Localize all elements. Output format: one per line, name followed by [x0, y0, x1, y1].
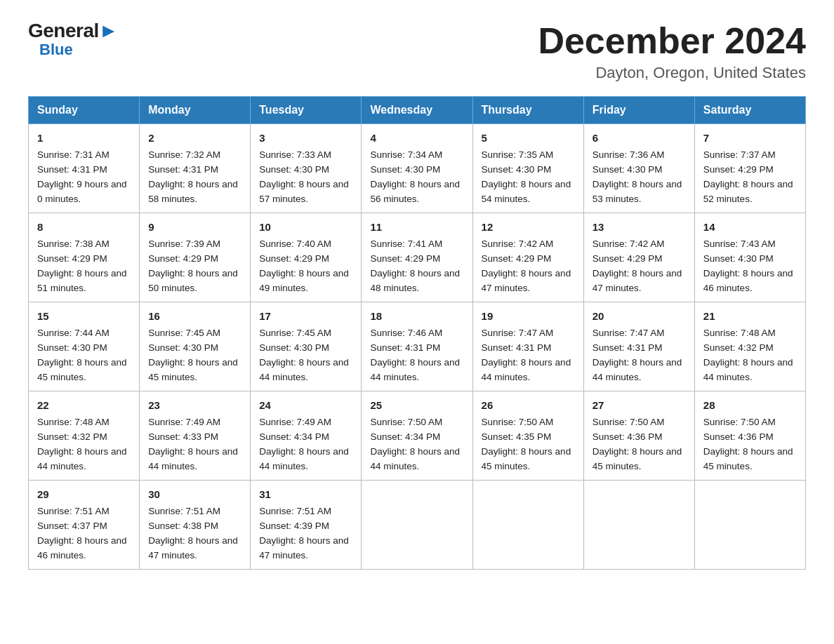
logo: General► Blue	[28, 21, 118, 59]
calendar-cell: 31Sunrise: 7:51 AMSunset: 4:39 PMDayligh…	[251, 480, 362, 569]
calendar-cell: 9Sunrise: 7:39 AMSunset: 4:29 PMDaylight…	[140, 213, 251, 302]
day-number: 4	[370, 130, 463, 146]
calendar-cell: 10Sunrise: 7:40 AMSunset: 4:29 PMDayligh…	[251, 213, 362, 302]
calendar-cell: 18Sunrise: 7:46 AMSunset: 4:31 PMDayligh…	[362, 302, 472, 391]
day-number: 18	[370, 308, 463, 324]
day-number: 6	[593, 130, 686, 146]
calendar-cell: 28Sunrise: 7:50 AMSunset: 4:36 PMDayligh…	[694, 391, 805, 481]
calendar-cell: 17Sunrise: 7:45 AMSunset: 4:30 PMDayligh…	[251, 302, 362, 391]
day-number: 31	[259, 486, 352, 502]
column-header-saturday: Saturday	[694, 97, 805, 124]
day-number: 22	[37, 397, 131, 413]
calendar-cell: 6Sunrise: 7:36 AMSunset: 4:30 PMDaylight…	[583, 124, 694, 213]
title-block: December 2024 Dayton, Oregon, United Sta…	[538, 21, 806, 82]
calendar-cell: 13Sunrise: 7:42 AMSunset: 4:29 PMDayligh…	[583, 213, 694, 302]
day-number: 21	[703, 308, 797, 324]
calendar-cell: 15Sunrise: 7:44 AMSunset: 4:30 PMDayligh…	[29, 302, 140, 391]
day-number: 14	[703, 219, 797, 235]
column-header-tuesday: Tuesday	[251, 97, 362, 124]
day-number: 8	[37, 219, 131, 235]
day-number: 13	[593, 219, 686, 235]
day-number: 3	[259, 130, 352, 146]
month-year-title: December 2024	[538, 21, 806, 61]
calendar-cell	[583, 480, 694, 569]
calendar-cell: 16Sunrise: 7:45 AMSunset: 4:30 PMDayligh…	[140, 302, 251, 391]
calendar-cell: 14Sunrise: 7:43 AMSunset: 4:30 PMDayligh…	[694, 213, 805, 302]
day-number: 15	[37, 308, 131, 324]
calendar-cell	[694, 480, 805, 569]
calendar-cell: 8Sunrise: 7:38 AMSunset: 4:29 PMDaylight…	[29, 213, 140, 302]
calendar-cell: 1Sunrise: 7:31 AMSunset: 4:31 PMDaylight…	[29, 124, 140, 213]
calendar-cell: 7Sunrise: 7:37 AMSunset: 4:29 PMDaylight…	[694, 124, 805, 213]
column-header-wednesday: Wednesday	[362, 97, 472, 124]
calendar-cell: 21Sunrise: 7:48 AMSunset: 4:32 PMDayligh…	[694, 302, 805, 391]
day-number: 28	[703, 397, 797, 413]
calendar-cell: 19Sunrise: 7:47 AMSunset: 4:31 PMDayligh…	[472, 302, 583, 391]
calendar-table: SundayMondayTuesdayWednesdayThursdayFrid…	[28, 96, 806, 570]
day-number: 2	[148, 130, 241, 146]
calendar-cell: 26Sunrise: 7:50 AMSunset: 4:35 PMDayligh…	[472, 391, 583, 481]
calendar-cell: 29Sunrise: 7:51 AMSunset: 4:37 PMDayligh…	[29, 480, 140, 569]
calendar-cell: 2Sunrise: 7:32 AMSunset: 4:31 PMDaylight…	[140, 124, 251, 213]
calendar-week-row: 1Sunrise: 7:31 AMSunset: 4:31 PMDaylight…	[29, 124, 806, 213]
calendar-cell: 20Sunrise: 7:47 AMSunset: 4:31 PMDayligh…	[583, 302, 694, 391]
day-number: 12	[482, 219, 575, 235]
day-number: 29	[37, 486, 131, 502]
column-header-monday: Monday	[140, 97, 251, 124]
calendar-week-row: 8Sunrise: 7:38 AMSunset: 4:29 PMDaylight…	[29, 213, 806, 302]
day-number: 25	[370, 397, 463, 413]
calendar-cell: 24Sunrise: 7:49 AMSunset: 4:34 PMDayligh…	[251, 391, 362, 481]
calendar-cell: 22Sunrise: 7:48 AMSunset: 4:32 PMDayligh…	[29, 391, 140, 481]
day-number: 26	[482, 397, 575, 413]
day-number: 1	[37, 130, 131, 146]
day-number: 24	[259, 397, 352, 413]
logo-blue-text: Blue	[39, 41, 73, 59]
column-header-friday: Friday	[583, 97, 694, 124]
logo-general-text: General►	[28, 21, 118, 41]
calendar-cell	[362, 480, 472, 569]
day-number: 20	[593, 308, 686, 324]
day-number: 16	[148, 308, 241, 324]
calendar-cell: 5Sunrise: 7:35 AMSunset: 4:30 PMDaylight…	[472, 124, 583, 213]
day-number: 19	[482, 308, 575, 324]
calendar-cell: 12Sunrise: 7:42 AMSunset: 4:29 PMDayligh…	[472, 213, 583, 302]
day-number: 10	[259, 219, 352, 235]
calendar-cell: 25Sunrise: 7:50 AMSunset: 4:34 PMDayligh…	[362, 391, 472, 481]
calendar-week-row: 29Sunrise: 7:51 AMSunset: 4:37 PMDayligh…	[29, 480, 806, 569]
day-number: 27	[593, 397, 686, 413]
calendar-cell: 11Sunrise: 7:41 AMSunset: 4:29 PMDayligh…	[362, 213, 472, 302]
day-number: 5	[482, 130, 575, 146]
day-number: 23	[148, 397, 241, 413]
calendar-cell: 27Sunrise: 7:50 AMSunset: 4:36 PMDayligh…	[583, 391, 694, 481]
day-number: 11	[370, 219, 463, 235]
calendar-cell: 23Sunrise: 7:49 AMSunset: 4:33 PMDayligh…	[140, 391, 251, 481]
location-subtitle: Dayton, Oregon, United States	[538, 64, 806, 82]
calendar-cell	[472, 480, 583, 569]
calendar-week-row: 15Sunrise: 7:44 AMSunset: 4:30 PMDayligh…	[29, 302, 806, 391]
calendar-cell: 30Sunrise: 7:51 AMSunset: 4:38 PMDayligh…	[140, 480, 251, 569]
day-number: 9	[148, 219, 241, 235]
day-number: 17	[259, 308, 352, 324]
calendar-week-row: 22Sunrise: 7:48 AMSunset: 4:32 PMDayligh…	[29, 391, 806, 481]
calendar-cell: 4Sunrise: 7:34 AMSunset: 4:30 PMDaylight…	[362, 124, 472, 213]
day-number: 7	[703, 130, 797, 146]
calendar-cell: 3Sunrise: 7:33 AMSunset: 4:30 PMDaylight…	[251, 124, 362, 213]
page-header: General► Blue December 2024 Dayton, Oreg…	[28, 21, 806, 82]
column-header-thursday: Thursday	[472, 97, 583, 124]
calendar-header-row: SundayMondayTuesdayWednesdayThursdayFrid…	[29, 97, 806, 124]
day-number: 30	[148, 486, 241, 502]
column-header-sunday: Sunday	[29, 97, 140, 124]
